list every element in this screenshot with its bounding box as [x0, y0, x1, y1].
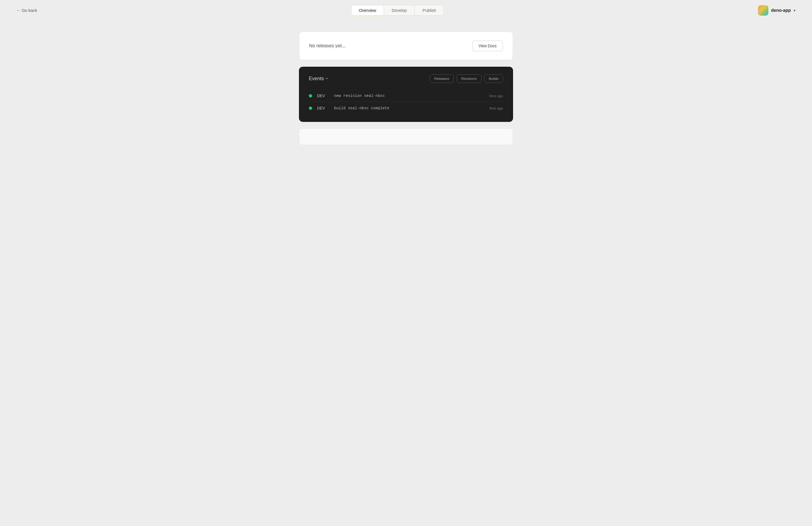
- event-time: 9mo ago: [489, 106, 503, 111]
- event-env: DEV: [317, 93, 331, 98]
- go-back-label: ← Go back: [16, 8, 37, 13]
- events-header: Events ~ Releases Revisions Builds: [309, 74, 503, 83]
- no-releases-card: No releases yet... View Docs: [299, 32, 513, 60]
- main-content: No releases yet... View Docs Events ~ Re…: [293, 32, 519, 145]
- view-docs-button[interactable]: View Docs: [472, 41, 503, 51]
- header: ← Go back Overview Develop Publish deno-…: [0, 0, 812, 20]
- tab-publish[interactable]: Publish: [415, 5, 444, 15]
- event-message: build seal-nbxc complete: [334, 106, 489, 111]
- tab-overview[interactable]: Overview: [351, 5, 384, 15]
- status-dot-success: [309, 106, 312, 110]
- events-card: Events ~ Releases Revisions Builds DEV n…: [299, 67, 513, 122]
- event-row: DEV build seal-nbxc complete 9mo ago: [309, 102, 503, 114]
- go-back-link[interactable]: ← Go back: [16, 8, 37, 13]
- event-time: 9mo ago: [489, 94, 503, 98]
- status-dot-success: [309, 94, 312, 98]
- event-env: DEV: [317, 106, 331, 111]
- filter-builds-button[interactable]: Builds: [484, 74, 503, 83]
- filter-revisions-button[interactable]: Revisions: [456, 74, 481, 83]
- app-name-label: deno-app: [771, 8, 791, 13]
- nav-tabs: Overview Develop Publish: [351, 5, 444, 16]
- no-releases-text: No releases yet...: [309, 43, 345, 48]
- tab-develop[interactable]: Develop: [384, 5, 415, 15]
- app-icon: [758, 5, 768, 16]
- events-filter-buttons: Releases Revisions Builds: [430, 74, 503, 83]
- events-title: Events ~: [309, 76, 328, 82]
- event-message: new revision seal-nbxc: [334, 93, 489, 98]
- event-row: DEV new revision seal-nbxc 9mo ago: [309, 89, 503, 102]
- filter-releases-button[interactable]: Releases: [430, 74, 454, 83]
- app-identity[interactable]: deno-app ▾: [758, 5, 796, 16]
- bottom-placeholder-card: [299, 129, 513, 145]
- chevron-down-icon: ▾: [794, 8, 796, 13]
